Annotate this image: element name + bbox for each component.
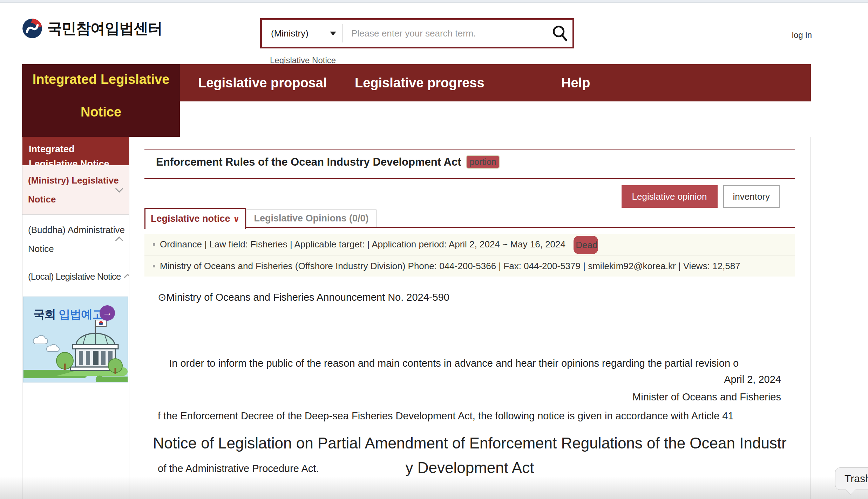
sidebar-item-line2: Notice xyxy=(28,190,115,209)
assembly-legislation-banner[interactable]: 국회 입법예고 → xyxy=(23,297,128,382)
notice-heading-line2: y Development Act xyxy=(144,455,795,480)
inventory-button[interactable]: inventory xyxy=(723,185,780,208)
legislative-opinion-button[interactable]: Legislative opinion xyxy=(622,185,718,208)
paragraph-line: In order to inform the public of the rea… xyxy=(158,354,789,372)
site-logo[interactable]: 국민참여입법센터 xyxy=(22,18,162,39)
notice-heading-line1: Notice of Legislation on Partial Amendme… xyxy=(144,431,795,455)
sidebar-item-line1: (Local) Legislative Notice xyxy=(28,270,115,283)
content-right-border xyxy=(811,137,811,499)
banner-title-left: 국회 xyxy=(33,308,56,321)
sidebar-header: Integrated Legislative Notice xyxy=(22,137,129,165)
bullet-icon xyxy=(153,265,155,267)
tab-label: Legislative notice xyxy=(151,213,230,224)
chevron-up-icon xyxy=(124,274,129,282)
summary-info-box: Ordinance | Law field: Fisheries | Appli… xyxy=(144,234,795,277)
chevron-down-icon xyxy=(115,185,123,193)
paragraph-line: f the Enforcement Decree of the Deep-sea… xyxy=(158,407,789,425)
notice-signer: Minister of Oceans and Fisheries xyxy=(632,391,781,403)
sidebar-item-buddha-administrative-notice[interactable]: (Buddha) Administrative Notice xyxy=(22,215,129,264)
sidebar-item-local-legislative-notice[interactable]: (Local) Legislative Notice xyxy=(22,264,129,289)
info-row-ordinance: Ordinance | Law field: Fisheries | Appli… xyxy=(144,234,795,255)
search-category-dropdown[interactable]: (Ministry) xyxy=(262,28,343,39)
notice-heading: Notice of Legislation on Partial Amendme… xyxy=(144,431,795,480)
nav-item-legislative-progress[interactable]: Legislative progress xyxy=(355,64,484,101)
search-box: (Ministry) xyxy=(260,18,574,48)
action-button-row: Legislative opinion inventory xyxy=(622,185,780,208)
nav-item-help[interactable]: Help xyxy=(561,64,590,101)
dock-tooltip: Trash xyxy=(835,467,868,490)
info-row-text: Ordinance | Law field: Fisheries | Appli… xyxy=(160,239,565,250)
deadline-badge: Deadl xyxy=(574,236,598,254)
search-input[interactable] xyxy=(343,28,548,39)
login-link[interactable]: log in xyxy=(792,30,812,40)
search-icon xyxy=(551,24,569,42)
site-title: 국민참여입법센터 xyxy=(47,19,162,38)
divider xyxy=(144,149,795,150)
nav-item-integrated-legislative-notice[interactable]: Integrated Legislative Notice xyxy=(22,64,180,137)
nav-item-legislative-proposal[interactable]: Legislative proposal xyxy=(198,64,327,101)
nav-active-line2: Notice xyxy=(22,105,180,120)
sidebar-item-ministry-legislative-notice[interactable]: (Ministry) Legislative Notice xyxy=(22,165,129,215)
banner-arrow-icon[interactable]: → xyxy=(100,305,115,321)
chevron-up-icon xyxy=(115,237,123,245)
notice-date: April 2, 2024 xyxy=(724,374,781,385)
announcement-number: ⊙Ministry of Oceans and Fisheries Announ… xyxy=(158,291,449,303)
divider xyxy=(144,178,795,179)
chevron-down-icon: ∨ xyxy=(233,214,240,224)
search-category-value: (Ministry) xyxy=(271,28,308,39)
document-title: Enforcement Rules of the Ocean Industry … xyxy=(156,155,500,169)
government-emblem-icon xyxy=(22,18,42,39)
dropdown-caret-icon xyxy=(330,32,336,35)
portion-badge: portion xyxy=(466,155,500,169)
main-content: Enforcement Rules of the Ocean Industry … xyxy=(144,137,795,499)
sidebar-item-line2: Notice xyxy=(28,239,115,258)
search-button[interactable] xyxy=(548,21,572,46)
clipped-breadcrumb-text: Legislative Notice xyxy=(270,55,336,65)
bullet-icon xyxy=(153,243,155,246)
info-row-ministry: Ministry of Oceans and Fisheries (Offsho… xyxy=(144,255,795,277)
banner-title: 국회 입법예고 xyxy=(33,307,103,322)
sidebar-item-line1: (Ministry) Legislative xyxy=(28,171,115,190)
info-row-text: Ministry of Oceans and Fisheries (Offsho… xyxy=(160,261,740,271)
top-strip xyxy=(0,0,868,3)
banner-title-right: 입법예고 xyxy=(59,308,103,321)
tab-legislative-opinions[interactable]: Legislative Opinions (0/0) xyxy=(246,209,377,227)
tab-legislative-notice[interactable]: Legislative notice∨ xyxy=(144,208,246,229)
sidebar-item-line1: (Buddha) Administrative xyxy=(28,220,115,239)
document-title-text: Enforcement Rules of the Ocean Industry … xyxy=(156,156,461,168)
nav-active-line1: Integrated Legislative xyxy=(22,72,180,87)
